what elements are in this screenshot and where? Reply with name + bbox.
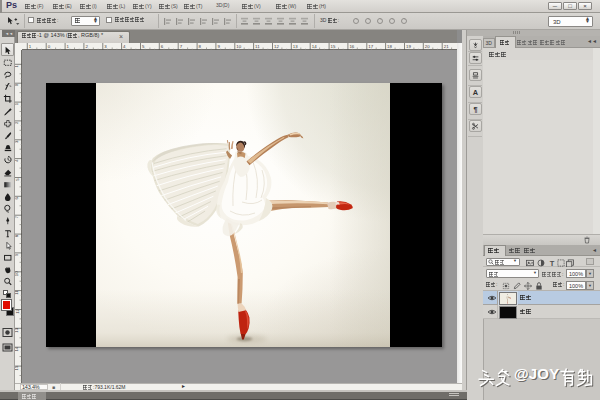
svg-text:21: 21 (444, 44, 449, 49)
svg-text:11: 11 (15, 290, 20, 295)
svg-text:1: 1 (67, 44, 70, 49)
svg-text:7: 7 (180, 44, 183, 49)
svg-text:11: 11 (255, 44, 260, 49)
svg-text:¶: ¶ (473, 105, 477, 114)
svg-text:1: 1 (29, 44, 32, 49)
svg-text:0: 0 (48, 44, 51, 49)
svg-text:13: 13 (293, 44, 298, 49)
svg-text:1: 1 (15, 102, 20, 105)
svg-text:A: A (472, 88, 478, 97)
svg-text:15: 15 (15, 365, 20, 370)
svg-text:8: 8 (199, 44, 202, 49)
svg-text:6: 6 (161, 44, 164, 49)
svg-text:7: 7 (15, 215, 20, 218)
svg-text:12: 12 (15, 309, 20, 314)
svg-text:3: 3 (15, 140, 20, 143)
svg-text:2: 2 (85, 44, 88, 49)
svg-text:2: 2 (15, 121, 20, 124)
svg-text:17: 17 (368, 44, 373, 49)
svg-text:0: 0 (15, 83, 20, 86)
svg-text:16: 16 (349, 44, 354, 49)
svg-text:19: 19 (406, 44, 411, 49)
svg-text:3: 3 (104, 44, 107, 49)
svg-text:14: 14 (312, 44, 317, 49)
svg-text:13: 13 (15, 327, 20, 332)
svg-text:8: 8 (15, 234, 20, 237)
svg-text:T: T (550, 259, 555, 267)
svg-text:4: 4 (15, 159, 20, 162)
svg-text:20: 20 (425, 44, 430, 49)
svg-text:15: 15 (331, 44, 336, 49)
svg-text:5: 5 (15, 178, 20, 181)
svg-text:12: 12 (274, 44, 279, 49)
svg-text:10: 10 (236, 44, 241, 49)
svg-text:9: 9 (217, 44, 220, 49)
svg-text:9: 9 (15, 253, 20, 256)
svg-text:1: 1 (15, 64, 20, 67)
svg-text:6: 6 (15, 196, 20, 199)
svg-text:14: 14 (15, 346, 20, 351)
svg-text:18: 18 (387, 44, 392, 49)
svg-text:4: 4 (123, 44, 126, 49)
svg-text:5: 5 (142, 44, 145, 49)
svg-text:10: 10 (15, 271, 20, 276)
